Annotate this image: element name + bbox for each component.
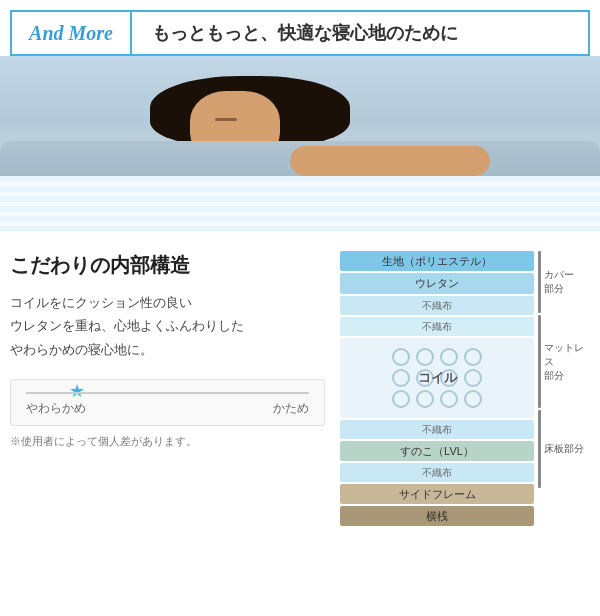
- layers-stack: 生地（ポリエステル） ウレタン 不織布 不織布: [340, 251, 534, 528]
- layer-fusen2: 不織布: [340, 317, 534, 336]
- layer-fusen4: 不織布: [340, 463, 534, 482]
- coil-spring: [440, 390, 458, 408]
- note-text: ※使用者によって個人差があります。: [10, 434, 325, 449]
- coil-row-1: [350, 348, 524, 366]
- diagram-container: 生地（ポリエステル） ウレタン 不織布 不織布: [340, 251, 590, 528]
- layer-fusen1: 不織布: [340, 296, 534, 315]
- floor-label-group: 床板部分: [538, 410, 590, 488]
- coil-spring: [392, 390, 410, 408]
- mattress-label-group: マットレス部分: [538, 315, 590, 408]
- coil-spring: [464, 390, 482, 408]
- coil-row-3: [350, 390, 524, 408]
- coil-spring: [440, 348, 458, 366]
- hero-image: [0, 56, 600, 231]
- hard-label: かため: [273, 400, 309, 417]
- header-section: And More もっともっと、快適な寝心地のために: [10, 10, 590, 56]
- coil-spring: [392, 348, 410, 366]
- person-sleeping-area: [0, 56, 600, 186]
- cover-label-group: カバー部分: [538, 251, 590, 313]
- layer-yokosen: 横桟: [340, 506, 534, 526]
- main-content: こだわりの内部構造 コイルをにクッション性の良い ウレタンを重ね、心地よくふんわ…: [0, 231, 600, 538]
- right-panel: 生地（ポリエステル） ウレタン 不織布 不織布: [340, 251, 590, 528]
- layer-sunoko: すのこ（LVL）: [340, 441, 534, 461]
- layer-uretan: ウレタン: [340, 273, 534, 293]
- coil-spring: [392, 369, 410, 387]
- floor-bracket: [538, 410, 541, 488]
- and-more-badge: And More: [12, 12, 132, 54]
- soft-label: やわらかめ: [26, 400, 86, 417]
- mattress-area: [0, 176, 600, 231]
- coil-spring: [416, 348, 434, 366]
- coil-label: コイル: [418, 369, 457, 387]
- cover-label-text: カバー部分: [544, 251, 574, 313]
- star-icon: ★: [69, 381, 85, 401]
- section-title: こだわりの内部構造: [10, 251, 325, 279]
- floor-label-text: 床板部分: [544, 410, 584, 488]
- labels-panel: カバー部分 マットレス部分 床板部分: [538, 251, 590, 488]
- scale-labels: やわらかめ かため: [26, 400, 309, 417]
- left-panel: こだわりの内部構造 コイルをにクッション性の良い ウレタンを重ね、心地よくふんわ…: [10, 251, 325, 528]
- coil-spring: [464, 369, 482, 387]
- mattress-bracket: [538, 315, 541, 408]
- coil-spring: [464, 348, 482, 366]
- firmness-scale-box: ★ やわらかめ かため: [10, 379, 325, 426]
- cover-bracket: [538, 251, 541, 313]
- header-title: もっともっと、快適な寝心地のために: [132, 21, 478, 45]
- scale-marker: ★: [69, 380, 85, 402]
- section-description: コイルをにクッション性の良い ウレタンを重ね、心地よくふんわりした やわらかめの…: [10, 291, 325, 361]
- scale-bar: [26, 392, 309, 394]
- coil-spring: [416, 390, 434, 408]
- layer-fusen3: 不織布: [340, 420, 534, 439]
- badge-text: And More: [29, 22, 113, 45]
- layer-top: 生地（ポリエステル）: [340, 251, 534, 271]
- mattress-label-text: マットレス部分: [544, 315, 590, 408]
- layer-sideframe: サイドフレーム: [340, 484, 534, 504]
- layer-coil: コイル: [340, 338, 534, 418]
- scale-bar-container: ★: [26, 392, 309, 394]
